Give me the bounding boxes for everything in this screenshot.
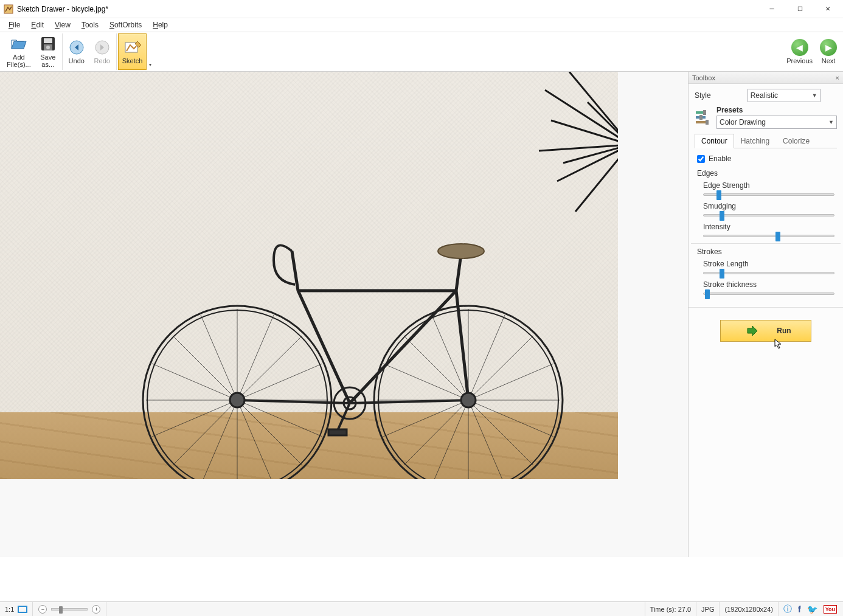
intensity-slider[interactable] bbox=[703, 235, 834, 237]
svg-point-66 bbox=[461, 393, 476, 407]
arrow-left-icon: ◀ bbox=[791, 39, 808, 56]
svg-line-48 bbox=[432, 400, 468, 479]
zoom-out-button[interactable]: − bbox=[38, 605, 47, 614]
svg-point-4 bbox=[46, 46, 50, 49]
next-button[interactable]: ▶ Next bbox=[816, 33, 841, 70]
svg-line-47 bbox=[468, 400, 505, 479]
svg-line-54 bbox=[298, 291, 350, 403]
menu-help[interactable]: Help bbox=[148, 19, 173, 30]
canvas-area[interactable] bbox=[0, 72, 688, 557]
minimize-button[interactable]: ─ bbox=[758, 0, 786, 18]
edge-strength-label: Edge Strength bbox=[703, 181, 834, 190]
style-select[interactable]: Realistic ▼ bbox=[748, 89, 820, 102]
redo-button[interactable]: Redo bbox=[89, 33, 115, 70]
svg-line-21 bbox=[237, 336, 302, 400]
redo-label: Redo bbox=[94, 57, 110, 64]
window-title: Sketch Drawer - bicycle.jpg* bbox=[17, 5, 758, 13]
stroke-length-label: Stroke Length bbox=[703, 260, 834, 268]
zoom-ratio[interactable]: 1:1 bbox=[5, 606, 14, 613]
menu-bar: File Edit View Tools SoftOrbits Help bbox=[0, 18, 843, 32]
presets-icon bbox=[695, 109, 712, 126]
svg-line-23 bbox=[237, 400, 302, 465]
run-arrow-icon bbox=[746, 325, 758, 337]
menu-view[interactable]: View bbox=[50, 19, 75, 30]
toolbox-close-icon[interactable]: × bbox=[836, 74, 839, 81]
info-icon[interactable]: ⓘ bbox=[783, 604, 792, 615]
svg-line-30 bbox=[237, 400, 322, 437]
edges-section: Edges bbox=[697, 169, 834, 178]
undo-label: Undo bbox=[69, 57, 85, 64]
enable-checkbox[interactable] bbox=[697, 155, 705, 163]
title-bar: Sketch Drawer - bicycle.jpg* ─ ☐ ✕ bbox=[0, 0, 843, 18]
menu-edit[interactable]: Edit bbox=[26, 19, 49, 30]
previous-button[interactable]: ◀ Previous bbox=[783, 33, 816, 70]
folder-open-icon bbox=[10, 35, 27, 52]
stroke-length-slider[interactable] bbox=[703, 272, 834, 274]
status-time: Time (s): 27.0 bbox=[645, 602, 696, 616]
close-button[interactable]: ✕ bbox=[814, 0, 842, 18]
svg-line-57 bbox=[456, 291, 468, 400]
run-button[interactable]: Run bbox=[720, 320, 811, 342]
undo-button[interactable]: Undo bbox=[64, 33, 89, 70]
style-value: Realistic bbox=[751, 91, 778, 100]
svg-line-41 bbox=[404, 400, 468, 465]
status-format: JPG bbox=[696, 602, 720, 616]
svg-rect-64 bbox=[328, 429, 347, 435]
svg-line-35 bbox=[201, 315, 237, 400]
tab-hatching[interactable]: Hatching bbox=[734, 134, 776, 148]
twitter-icon[interactable]: 🐦 bbox=[807, 604, 817, 614]
svg-rect-69 bbox=[696, 121, 706, 123]
menu-softorbits[interactable]: SoftOrbits bbox=[105, 19, 147, 30]
arrow-right-icon: ▶ bbox=[820, 39, 837, 56]
tab-colorize[interactable]: Colorize bbox=[776, 134, 816, 148]
enable-label: Enable bbox=[709, 154, 731, 163]
maximize-button[interactable]: ☐ bbox=[786, 0, 814, 18]
zoom-slider[interactable] bbox=[51, 608, 88, 611]
presets-label: Presets bbox=[716, 106, 837, 114]
svg-line-39 bbox=[468, 400, 533, 465]
svg-rect-2 bbox=[44, 38, 52, 43]
svg-rect-73 bbox=[18, 606, 27, 612]
fit-screen-icon[interactable] bbox=[18, 606, 27, 613]
svg-line-56 bbox=[350, 291, 456, 403]
smudging-label: Smudging bbox=[703, 202, 834, 210]
svg-line-29 bbox=[237, 364, 322, 400]
svg-line-46 bbox=[468, 400, 553, 437]
svg-line-31 bbox=[237, 400, 274, 479]
save-as-button[interactable]: Save as... bbox=[35, 33, 61, 70]
svg-line-63 bbox=[338, 403, 350, 431]
save-as-label: Save as... bbox=[40, 54, 55, 68]
edge-strength-slider[interactable] bbox=[703, 193, 834, 196]
status-bar: 1:1 − + Time (s): 27.0 JPG (1920x1280x24… bbox=[0, 601, 843, 616]
youtube-icon[interactable]: You bbox=[824, 605, 837, 614]
svg-line-27 bbox=[173, 336, 237, 400]
svg-line-53 bbox=[350, 400, 468, 403]
zoom-in-button[interactable]: + bbox=[92, 605, 100, 614]
menu-tools[interactable]: Tools bbox=[77, 19, 103, 30]
sketch-button[interactable]: Sketch bbox=[118, 33, 147, 70]
svg-point-59 bbox=[438, 244, 484, 258]
redo-icon bbox=[94, 40, 110, 55]
menu-file[interactable]: File bbox=[4, 19, 25, 30]
presets-select[interactable]: Color Drawing ▼ bbox=[716, 116, 837, 129]
svg-line-44 bbox=[468, 315, 505, 400]
smudging-slider[interactable] bbox=[703, 214, 834, 216]
sketch-icon bbox=[124, 40, 141, 55]
svg-line-49 bbox=[383, 400, 468, 437]
stroke-thickness-label: Stroke thickness bbox=[703, 280, 834, 289]
stroke-thickness-slider[interactable] bbox=[703, 292, 834, 295]
tab-contour[interactable]: Contour bbox=[695, 134, 734, 148]
undo-icon bbox=[69, 40, 85, 55]
status-dimensions: (1920x1280x24) bbox=[720, 602, 779, 616]
canvas-image bbox=[0, 72, 618, 479]
cursor-icon bbox=[774, 338, 785, 349]
add-files-button[interactable]: Add File(s)... bbox=[2, 33, 35, 70]
sketch-dropdown[interactable]: ▾ bbox=[147, 33, 154, 70]
facebook-icon[interactable]: f bbox=[798, 604, 801, 614]
svg-line-37 bbox=[468, 336, 533, 400]
svg-rect-71 bbox=[699, 115, 702, 120]
svg-line-45 bbox=[468, 364, 553, 400]
svg-line-52 bbox=[237, 400, 350, 403]
toolbox-panel: Toolbox × Style Realistic ▼ Presets Colo… bbox=[688, 72, 843, 557]
app-icon bbox=[4, 4, 13, 14]
